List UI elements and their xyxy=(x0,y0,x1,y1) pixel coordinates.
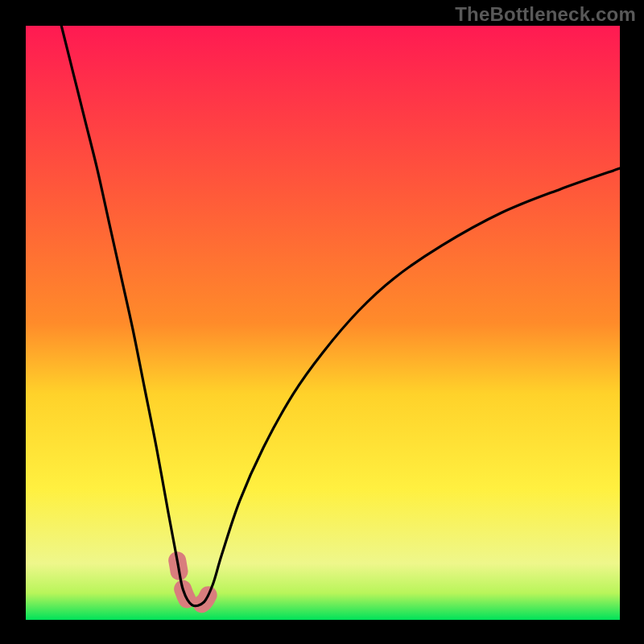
watermark-text: TheBottleneck.com xyxy=(455,3,636,26)
bottleneck-chart xyxy=(0,0,644,644)
chart-frame: TheBottleneck.com xyxy=(0,0,644,644)
plot-background xyxy=(26,26,620,620)
